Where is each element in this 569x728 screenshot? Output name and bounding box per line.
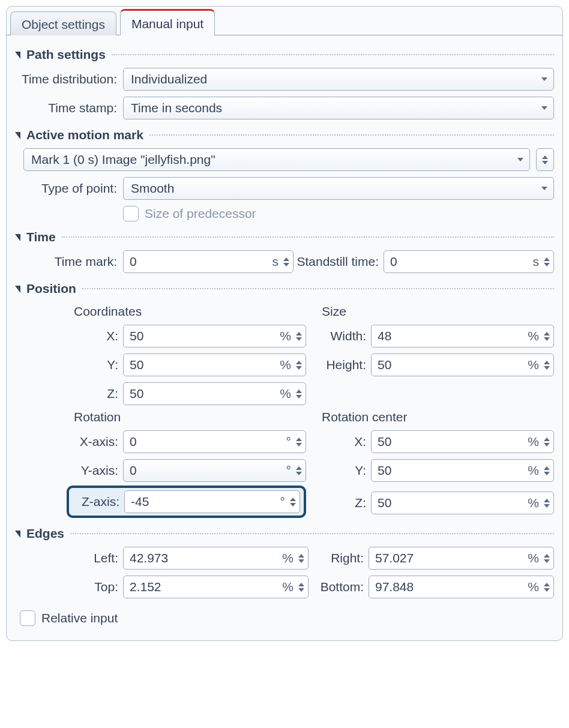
edge-right-input[interactable]: %	[369, 547, 554, 570]
rotation-x-input[interactable]: °	[123, 430, 306, 453]
chevron-up-icon	[542, 155, 548, 159]
time-mark-field[interactable]	[124, 254, 271, 269]
edge-bottom-label: Bottom:	[309, 580, 369, 594]
stepper[interactable]	[543, 499, 553, 508]
section-title: Path settings	[26, 47, 106, 62]
chevron-down-icon	[542, 161, 548, 164]
section-edges: Edges Left: % Right: % Top:	[15, 526, 554, 598]
stepper[interactable]	[543, 466, 553, 475]
coord-z-input[interactable]: %	[123, 382, 306, 405]
chevron-down-icon	[541, 187, 547, 190]
collapse-triangle-icon	[15, 234, 20, 241]
standstill-label: Standstill time:	[294, 254, 384, 269]
edge-right-field[interactable]	[369, 551, 526, 565]
coord-y-input[interactable]: %	[123, 353, 306, 376]
tab-label: Manual input	[131, 17, 203, 31]
section-divider	[62, 236, 554, 238]
time-distribution-select[interactable]: Individualized	[123, 68, 554, 91]
relative-input-checkbox[interactable]	[20, 610, 35, 626]
stepper[interactable]	[543, 583, 553, 592]
rotation-x-label: X-axis:	[70, 435, 123, 449]
standstill-field[interactable]	[384, 254, 532, 269]
size-height-field[interactable]	[372, 358, 526, 372]
type-of-point-select[interactable]: Smooth	[123, 177, 554, 200]
rotcenter-y-input[interactable]: %	[371, 459, 554, 482]
size-width-input[interactable]: %	[371, 325, 554, 347]
time-mark-input[interactable]: s	[123, 250, 294, 273]
tab-object-settings[interactable]: Object settings	[10, 11, 116, 35]
section-position: Position Coordinates X: % Y:	[15, 281, 554, 518]
select-value: Time in seconds	[131, 101, 222, 115]
y-label: Y:	[70, 358, 123, 372]
stepper[interactable]	[543, 257, 553, 266]
stepper[interactable]	[297, 554, 308, 563]
rotcenter-x-field[interactable]	[372, 435, 526, 449]
active-mark-stepper[interactable]	[536, 148, 554, 171]
section-header-time[interactable]: Time	[15, 230, 554, 244]
section-divider	[112, 54, 554, 55]
size-height-input[interactable]: %	[371, 353, 554, 376]
panel-body: Path settings Time distribution: Individ…	[7, 35, 562, 634]
stepper[interactable]	[295, 466, 306, 475]
size-width-field[interactable]	[372, 329, 526, 343]
unit-seconds: s	[271, 254, 283, 269]
chevron-down-icon	[541, 106, 547, 110]
select-value: Individualized	[131, 72, 207, 86]
rotation-z-input[interactable]: °	[124, 490, 300, 513]
stepper[interactable]	[282, 257, 293, 266]
section-header-active-motion[interactable]: Active motion mark	[15, 128, 554, 142]
stepper[interactable]	[543, 332, 553, 341]
rotation-y-input[interactable]: °	[123, 459, 306, 482]
unit-percent: %	[281, 580, 297, 594]
unit-degree: °	[285, 463, 295, 478]
edge-top-input[interactable]: %	[123, 576, 309, 598]
rotation-x-field[interactable]	[124, 435, 285, 449]
stepper[interactable]	[543, 438, 553, 447]
unit-percent: %	[526, 551, 543, 565]
coord-x-input[interactable]: %	[123, 325, 306, 347]
edge-left-input[interactable]: %	[123, 547, 309, 570]
time-stamp-select[interactable]: Time in seconds	[123, 97, 554, 119]
coord-z-field[interactable]	[124, 387, 278, 401]
edge-left-label: Left:	[15, 551, 123, 565]
stepper[interactable]	[543, 554, 553, 563]
rotcenter-y-field[interactable]	[372, 463, 526, 478]
stepper[interactable]	[295, 361, 306, 370]
rotation-center-label: Rotation center	[322, 410, 554, 424]
section-header-path-settings[interactable]: Path settings	[15, 47, 554, 62]
collapse-triangle-icon	[15, 132, 20, 139]
section-divider	[149, 134, 554, 136]
active-mark-select[interactable]: Mark 1 (0 s) Image "jellyfish.png"	[23, 148, 530, 171]
coord-x-field[interactable]	[124, 329, 278, 343]
edge-bottom-field[interactable]	[369, 580, 526, 594]
stepper[interactable]	[295, 332, 306, 341]
section-header-edges[interactable]: Edges	[15, 526, 554, 541]
z-label: Z:	[70, 387, 123, 401]
stepper[interactable]	[295, 438, 306, 447]
stepper[interactable]	[295, 390, 306, 399]
rotcenter-z-field[interactable]	[372, 496, 526, 510]
stepper[interactable]	[297, 583, 308, 592]
rotcenter-z-input[interactable]: %	[371, 492, 554, 514]
settings-panel: Object settings Manual input Path settin…	[6, 6, 563, 641]
rotation-y-label: Y-axis:	[70, 463, 123, 478]
unit-percent: %	[278, 358, 295, 372]
tab-manual-input[interactable]: Manual input	[120, 9, 215, 35]
stepper[interactable]	[543, 361, 553, 370]
rotation-z-field[interactable]	[125, 495, 279, 509]
height-label: Height:	[318, 358, 371, 372]
x-label: X:	[70, 329, 123, 343]
edge-left-field[interactable]	[124, 551, 281, 565]
section-header-position[interactable]: Position	[15, 281, 554, 296]
select-value: Smooth	[131, 181, 174, 196]
rotcenter-x-input[interactable]: %	[371, 430, 554, 453]
stepper[interactable]	[289, 498, 300, 507]
coord-y-field[interactable]	[124, 358, 278, 372]
unit-percent: %	[526, 496, 543, 510]
size-of-predecessor-checkbox[interactable]	[123, 206, 139, 221]
edge-bottom-input[interactable]: %	[369, 576, 554, 598]
edge-top-field[interactable]	[124, 580, 281, 594]
rotation-y-field[interactable]	[124, 463, 285, 478]
unit-percent: %	[278, 329, 295, 343]
standstill-input[interactable]: s	[384, 250, 554, 273]
